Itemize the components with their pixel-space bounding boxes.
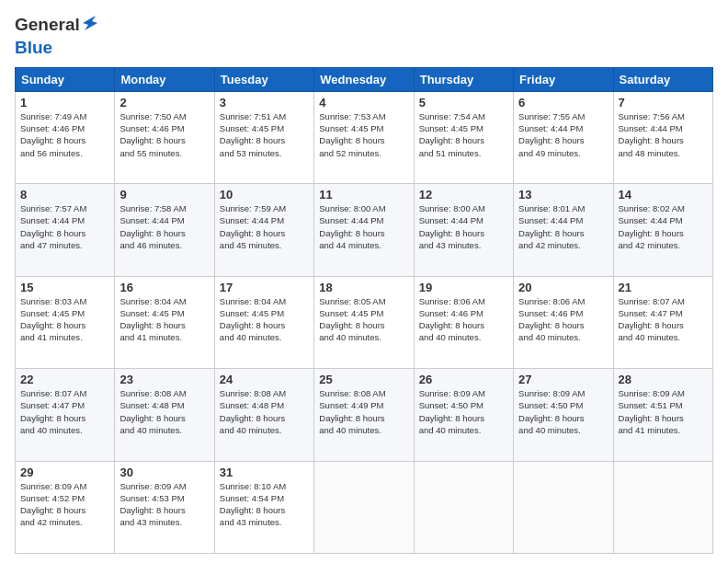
calendar-cell: 24 Sunrise: 8:08 AMSunset: 4:48 PMDaylig…: [214, 369, 313, 461]
calendar-cell: [314, 461, 414, 554]
calendar-cell: 3 Sunrise: 7:51 AMSunset: 4:45 PMDayligh…: [214, 91, 313, 183]
svg-marker-0: [83, 16, 97, 30]
day-detail: Sunrise: 8:00 AMSunset: 4:44 PMDaylight:…: [319, 202, 408, 251]
calendar-cell: 6 Sunrise: 7:55 AMSunset: 4:44 PMDayligh…: [514, 91, 613, 183]
calendar-cell: 1 Sunrise: 7:49 AMSunset: 4:46 PMDayligh…: [16, 91, 115, 183]
day-number: 1: [20, 96, 109, 109]
day-detail: Sunrise: 8:06 AMSunset: 4:46 PMDaylight:…: [419, 295, 508, 344]
calendar-cell: 2 Sunrise: 7:50 AMSunset: 4:46 PMDayligh…: [115, 91, 214, 183]
day-detail: Sunrise: 7:56 AMSunset: 4:44 PMDaylight:…: [619, 110, 708, 159]
day-detail: Sunrise: 8:04 AMSunset: 4:45 PMDaylight:…: [119, 295, 209, 344]
day-detail: Sunrise: 7:54 AMSunset: 4:45 PMDaylight:…: [419, 110, 508, 159]
day-number: 21: [619, 281, 708, 294]
day-number: 9: [119, 188, 209, 201]
day-number: 12: [419, 188, 508, 201]
day-number: 31: [220, 465, 309, 479]
day-detail: Sunrise: 8:09 AMSunset: 4:50 PMDaylight:…: [419, 387, 508, 436]
calendar-cell: [414, 461, 513, 554]
day-detail: Sunrise: 8:03 AMSunset: 4:45 PMDaylight:…: [20, 295, 109, 344]
day-number: 20: [518, 281, 608, 294]
day-number: 5: [419, 96, 508, 109]
calendar-cell: 21 Sunrise: 8:07 AMSunset: 4:47 PMDaylig…: [613, 276, 712, 368]
day-detail: Sunrise: 7:50 AMSunset: 4:46 PMDaylight:…: [119, 110, 209, 159]
day-number: 11: [319, 188, 408, 201]
day-detail: Sunrise: 8:06 AMSunset: 4:46 PMDaylight:…: [518, 295, 608, 344]
day-number: 2: [119, 96, 209, 109]
calendar-cell: 28 Sunrise: 8:09 AMSunset: 4:51 PMDaylig…: [613, 369, 712, 461]
day-number: 29: [20, 465, 109, 479]
calendar-cell: 27 Sunrise: 8:09 AMSunset: 4:50 PMDaylig…: [514, 369, 613, 461]
calendar-cell: [613, 461, 712, 554]
day-detail: Sunrise: 8:09 AMSunset: 4:51 PMDaylight:…: [619, 387, 708, 436]
day-number: 8: [20, 188, 109, 201]
calendar-cell: 4 Sunrise: 7:53 AMSunset: 4:45 PMDayligh…: [314, 91, 414, 183]
calendar-cell: 11 Sunrise: 8:00 AMSunset: 4:44 PMDaylig…: [314, 184, 414, 276]
calendar-cell: 5 Sunrise: 7:54 AMSunset: 4:45 PMDayligh…: [414, 91, 513, 183]
calendar-cell: 22 Sunrise: 8:07 AMSunset: 4:47 PMDaylig…: [16, 369, 115, 461]
day-number: 18: [319, 281, 408, 294]
weekday-header-thursday: Thursday: [414, 67, 513, 91]
page: General Blue SundayMondayTuesdayWednesda…: [0, 0, 728, 563]
day-detail: Sunrise: 8:05 AMSunset: 4:45 PMDaylight:…: [319, 295, 408, 344]
day-number: 14: [619, 188, 708, 201]
day-detail: Sunrise: 8:00 AMSunset: 4:44 PMDaylight:…: [419, 202, 508, 251]
calendar-cell: 23 Sunrise: 8:08 AMSunset: 4:48 PMDaylig…: [115, 369, 214, 461]
calendar-cell: 10 Sunrise: 7:59 AMSunset: 4:44 PMDaylig…: [214, 184, 313, 276]
day-number: 24: [220, 373, 309, 386]
day-number: 16: [119, 281, 209, 294]
day-detail: Sunrise: 7:55 AMSunset: 4:44 PMDaylight:…: [518, 110, 608, 159]
calendar-cell: 17 Sunrise: 8:04 AMSunset: 4:45 PMDaylig…: [214, 276, 313, 368]
day-number: 6: [518, 96, 608, 109]
weekday-header-tuesday: Tuesday: [214, 67, 313, 91]
day-number: 23: [119, 373, 209, 386]
day-detail: Sunrise: 7:49 AMSunset: 4:46 PMDaylight:…: [20, 110, 109, 159]
day-detail: Sunrise: 7:51 AMSunset: 4:45 PMDaylight:…: [220, 110, 309, 159]
calendar-cell: 29 Sunrise: 8:09 AMSunset: 4:52 PMDaylig…: [16, 461, 115, 554]
day-detail: Sunrise: 8:09 AMSunset: 4:50 PMDaylight:…: [518, 387, 608, 436]
day-detail: Sunrise: 8:08 AMSunset: 4:49 PMDaylight:…: [319, 387, 408, 436]
day-detail: Sunrise: 7:53 AMSunset: 4:45 PMDaylight:…: [319, 110, 408, 159]
calendar-cell: 31 Sunrise: 8:10 AMSunset: 4:54 PMDaylig…: [214, 461, 313, 554]
calendar-cell: 26 Sunrise: 8:09 AMSunset: 4:50 PMDaylig…: [414, 369, 513, 461]
calendar-cell: 30 Sunrise: 8:09 AMSunset: 4:53 PMDaylig…: [115, 461, 214, 554]
day-number: 27: [518, 373, 608, 386]
calendar-cell: 12 Sunrise: 8:00 AMSunset: 4:44 PMDaylig…: [414, 184, 513, 276]
header: General Blue: [15, 15, 713, 58]
weekday-header-friday: Friday: [514, 67, 613, 91]
calendar-cell: 8 Sunrise: 7:57 AMSunset: 4:44 PMDayligh…: [16, 184, 115, 276]
day-number: 15: [20, 281, 109, 294]
day-detail: Sunrise: 8:10 AMSunset: 4:54 PMDaylight:…: [220, 480, 309, 529]
day-detail: Sunrise: 8:04 AMSunset: 4:45 PMDaylight:…: [220, 295, 309, 344]
calendar-cell: 20 Sunrise: 8:06 AMSunset: 4:46 PMDaylig…: [514, 276, 613, 368]
day-number: 28: [619, 373, 708, 386]
day-detail: Sunrise: 7:58 AMSunset: 4:44 PMDaylight:…: [119, 202, 209, 251]
day-detail: Sunrise: 8:08 AMSunset: 4:48 PMDaylight:…: [119, 387, 209, 436]
day-number: 19: [419, 281, 508, 294]
weekday-header-monday: Monday: [115, 67, 214, 91]
weekday-header-sunday: Sunday: [16, 67, 115, 91]
day-number: 22: [20, 373, 109, 386]
calendar-cell: 18 Sunrise: 8:05 AMSunset: 4:45 PMDaylig…: [314, 276, 414, 368]
day-detail: Sunrise: 8:02 AMSunset: 4:44 PMDaylight:…: [619, 202, 708, 251]
calendar-cell: 7 Sunrise: 7:56 AMSunset: 4:44 PMDayligh…: [613, 91, 712, 183]
calendar-cell: 19 Sunrise: 8:06 AMSunset: 4:46 PMDaylig…: [414, 276, 513, 368]
weekday-header-wednesday: Wednesday: [314, 67, 414, 91]
day-number: 13: [518, 188, 608, 201]
calendar-cell: 16 Sunrise: 8:04 AMSunset: 4:45 PMDaylig…: [115, 276, 214, 368]
calendar-cell: 9 Sunrise: 7:58 AMSunset: 4:44 PMDayligh…: [115, 184, 214, 276]
day-detail: Sunrise: 7:59 AMSunset: 4:44 PMDaylight:…: [220, 202, 309, 251]
day-number: 26: [419, 373, 508, 386]
calendar-cell: 13 Sunrise: 8:01 AMSunset: 4:44 PMDaylig…: [514, 184, 613, 276]
day-detail: Sunrise: 8:07 AMSunset: 4:47 PMDaylight:…: [619, 295, 708, 344]
calendar-cell: [514, 461, 613, 554]
calendar-cell: 15 Sunrise: 8:03 AMSunset: 4:45 PMDaylig…: [16, 276, 115, 368]
weekday-header-saturday: Saturday: [613, 67, 712, 91]
day-detail: Sunrise: 8:07 AMSunset: 4:47 PMDaylight:…: [20, 387, 109, 436]
day-detail: Sunrise: 7:57 AMSunset: 4:44 PMDaylight:…: [20, 202, 109, 251]
day-number: 4: [319, 96, 408, 109]
calendar-cell: 14 Sunrise: 8:02 AMSunset: 4:44 PMDaylig…: [613, 184, 712, 276]
day-detail: Sunrise: 8:01 AMSunset: 4:44 PMDaylight:…: [518, 202, 608, 251]
day-number: 7: [619, 96, 708, 109]
day-detail: Sunrise: 8:09 AMSunset: 4:52 PMDaylight:…: [20, 480, 109, 529]
day-number: 3: [220, 96, 309, 109]
